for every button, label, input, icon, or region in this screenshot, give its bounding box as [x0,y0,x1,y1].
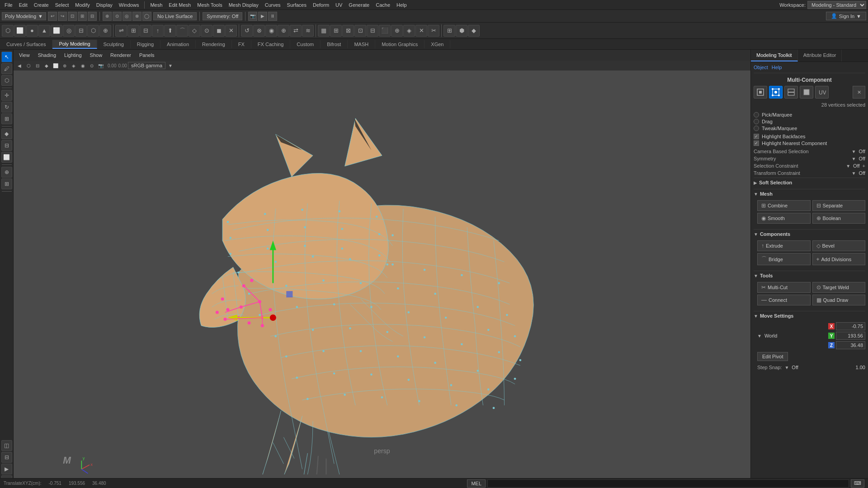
comp-icon-vertex[interactable] [769,86,783,99]
snap-icon-2[interactable]: ⊙ [113,12,122,21]
z-input[interactable] [836,341,865,349]
object-label[interactable]: Object [754,65,768,70]
shelf-icon-u1[interactable]: ⊞ [443,25,455,37]
vp-menu-panels[interactable]: Panels [137,52,157,59]
vt-icon-4[interactable]: ◆ [42,61,51,70]
subtab-custom[interactable]: Custom [290,40,321,48]
shelf-icon-sphere[interactable]: ● [26,25,38,37]
menu-generate[interactable]: Generate [346,1,372,9]
boolean-btn[interactable]: ⊕ Boolean [812,213,866,224]
subtab-animation[interactable]: Animation [160,40,196,48]
comp-icon-object[interactable] [754,86,767,99]
scale-tool[interactable]: ⊞ [1,113,12,124]
vt-icon-9[interactable]: ⊙ [88,61,96,70]
shelf-icon-disk[interactable]: ⬡ [87,25,99,37]
menu-display[interactable]: Display [94,1,115,9]
camera-icon[interactable]: 📷 [248,12,257,21]
snap-icon-5[interactable]: ◯ [142,12,151,21]
smooth-btn[interactable]: ◉ Smooth [757,213,811,224]
shelf-icon-merge[interactable]: ⊙ [201,25,212,37]
toolkit-tab-modeling[interactable]: Modeling Toolkit [751,50,798,61]
shelf-icon-combine[interactable]: ⊞ [127,25,139,37]
mode-icon-2[interactable]: ⊞ [78,12,87,21]
subtab-poly-modeling[interactable]: Poly Modeling [52,40,97,49]
symmetry-btn[interactable]: Symmetry: Off [203,12,242,20]
menu-cache[interactable]: Cache [373,1,393,9]
vt-icon-1[interactable]: ◀ [15,61,24,70]
radio-tweak-marquee[interactable]: Tweak/Marquee [754,126,865,131]
shelf-icon-ring[interactable]: ⊗ [253,25,265,37]
vp-menu-view[interactable]: View [16,52,33,59]
panel-2[interactable]: ⊟ [1,452,12,463]
comp-icon-uv[interactable]: UV [815,86,829,99]
y-input[interactable] [836,332,865,340]
shelf-icon-bridge[interactable]: ⌒ [176,25,188,37]
vt-icon-6[interactable]: ⊕ [61,61,69,70]
radio-drag[interactable]: Drag [754,119,865,124]
tools-section-header[interactable]: ▼ Tools [754,271,865,280]
mesh-section-header[interactable]: ▼ Mesh [754,189,865,198]
vp-menu-lighting[interactable]: Lighting [61,52,85,59]
paint-tool[interactable]: 🖊 [1,63,12,74]
add-divisions-btn[interactable]: + Add Divisions [812,253,866,265]
help-label[interactable]: Help [772,65,782,70]
menu-modify[interactable]: Modify [72,1,92,9]
workspace-select[interactable]: Modeling - Standard [807,1,866,9]
poly-modeling-dropdown[interactable]: Poly Modeling ▼ [2,12,46,20]
toolkit-tab-attribute[interactable]: Attribute Editor [798,50,842,61]
move-tool[interactable]: ✛ [1,90,12,101]
menu-mesh[interactable]: Mesh [147,1,165,9]
snap-icon-1[interactable]: ⊕ [103,12,112,21]
menu-select[interactable]: Select [52,1,72,9]
bridge-btn[interactable]: ⌒ Bridge [757,253,811,265]
multi-cut-btn[interactable]: ✂ Multi-Cut [757,282,811,293]
vt-icon-8[interactable]: ◉ [79,61,87,70]
edit-pivot-btn[interactable]: Edit Pivot [757,352,788,361]
vt-icon-3[interactable]: ⊟ [33,61,42,70]
shelf-icon-t2[interactable]: ⊞ [330,25,342,37]
vt-icon-2[interactable]: ⬡ [24,61,33,70]
shelf-icon-pipe[interactable]: ⊕ [99,25,111,37]
mel-btn[interactable]: MEL [467,479,486,488]
menu-create[interactable]: Create [31,1,52,9]
shelf-icon-plane[interactable]: ⊟ [75,25,87,37]
vt-icon-7[interactable]: ◈ [70,61,78,70]
menu-curves[interactable]: Curves [262,1,283,9]
brush-tool[interactable]: ⬡ [1,75,12,86]
menu-surfaces[interactable]: Surfaces [284,1,309,9]
subtab-fx-caching[interactable]: FX Caching [251,40,290,48]
menu-uv[interactable]: UV [333,1,345,9]
gamma-arrow-icon[interactable]: ▼ [166,61,175,70]
vp-menu-shading[interactable]: Shading [35,52,59,59]
shelf-icon-u3[interactable]: ◆ [468,25,480,37]
x-input[interactable] [836,322,865,330]
snap-tool[interactable]: ⊕ [1,167,12,178]
shelf-icon-extract[interactable]: ↑ [152,25,164,37]
menu-mesh-display[interactable]: Mesh Display [226,1,261,9]
shelf-icon-collapse[interactable]: ✕ [225,25,237,37]
sign-in-btn[interactable]: 👤 Sign In ▼ [826,12,866,20]
subtab-xgen[interactable]: XGen [425,40,450,48]
mode-icon-1[interactable]: ⊡ [68,12,77,21]
quad-draw-btn[interactable]: ▦ Quad Draw [812,295,866,305]
shelf-icon-t10[interactable]: ✂ [428,25,439,37]
viewport[interactable]: View Shading Lighting Show Renderer Pane… [14,50,750,488]
comp-icon-close[interactable]: ✕ [853,86,865,99]
shelf-icon-separate[interactable]: ⊟ [140,25,151,37]
shelf-icon-boolean[interactable]: ⊕ [278,25,289,37]
separate-btn[interactable]: ⊟ Separate [812,200,866,211]
undo-button[interactable]: ↩ [48,12,57,21]
rotate-tool[interactable]: ↻ [1,102,12,113]
subtab-rigging[interactable]: Rigging [131,40,160,48]
edge-mode[interactable]: ⊟ [1,140,12,151]
shelf-icon-t3[interactable]: ⊠ [342,25,354,37]
redo-button[interactable]: ↪ [58,12,67,21]
menu-edit-mesh[interactable]: Edit Mesh [166,1,193,9]
mel-input[interactable] [487,479,849,488]
shelf-icon-t8[interactable]: ◈ [403,25,415,37]
shelf-icon-t5[interactable]: ⊟ [367,25,378,37]
vp-menu-renderer[interactable]: Renderer [108,52,134,59]
shelf-icon-crease[interactable]: ≋ [302,25,314,37]
subtab-bifrost[interactable]: Bifrost [321,40,348,48]
grid-tool[interactable]: ⊞ [1,178,12,189]
